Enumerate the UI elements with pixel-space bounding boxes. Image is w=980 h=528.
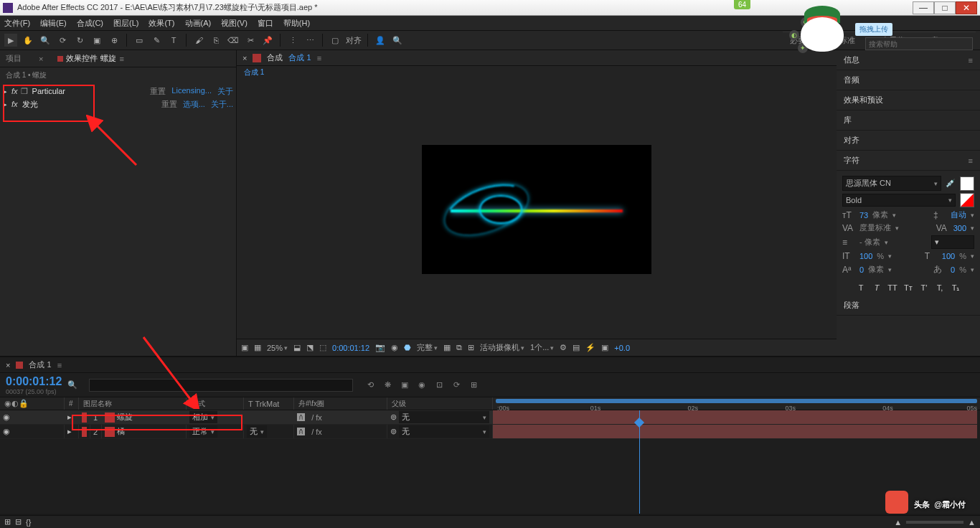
col-layer-name[interactable]: 图层名称: [79, 397, 187, 410]
zoom-out-icon[interactable]: ▲: [894, 518, 902, 527]
expand-icon[interactable]: ▸: [67, 412, 72, 422]
all-caps[interactable]: TT: [887, 283, 898, 293]
baseline-shift[interactable]: 0: [859, 265, 864, 274]
anchor-tool[interactable]: ⊕: [108, 34, 121, 47]
label-chip[interactable]: [82, 412, 87, 423]
panel-fxpreset[interactable]: 效果和预设: [837, 90, 980, 110]
tl-btn-2[interactable]: ❋: [382, 380, 393, 390]
pen-tool[interactable]: ✎: [150, 34, 163, 47]
parent-select[interactable]: 无▾: [399, 425, 489, 438]
zoom-tool[interactable]: 🔍: [39, 34, 52, 47]
layer-bar-1[interactable]: [493, 410, 977, 425]
col-switches[interactable]: 舟#\fx圈: [294, 397, 387, 410]
current-timecode[interactable]: 0:00:01:12: [6, 375, 62, 388]
work-area-bar[interactable]: [496, 399, 977, 403]
tl-tab-close-icon[interactable]: ×: [6, 361, 10, 369]
col-trkmat[interactable]: TrkMat: [255, 400, 280, 408]
share-icon[interactable]: ⚙: [560, 343, 567, 352]
panel-paragraph[interactable]: 段落: [837, 296, 980, 316]
blend-mode-select[interactable]: 正常▾: [189, 425, 217, 438]
views-dropdown[interactable]: 1个...▾: [530, 342, 554, 353]
camera-tool[interactable]: ▣: [90, 34, 103, 47]
tracking[interactable]: 300: [953, 224, 966, 232]
zoom-dropdown[interactable]: 25%▾: [267, 344, 288, 352]
stroke-width[interactable]: - 像素: [859, 237, 880, 248]
expand-arrow-icon[interactable]: ▸: [3, 100, 9, 109]
panel-info[interactable]: 信息≡: [837, 50, 980, 70]
expand-icon[interactable]: ▸: [67, 427, 72, 436]
exposure[interactable]: +0.0: [614, 344, 630, 352]
resolution-dropdown[interactable]: 完整▾: [417, 342, 438, 353]
panel-align[interactable]: 对齐: [837, 131, 980, 151]
search-icon[interactable]: 🔍: [391, 34, 404, 47]
licensing-link[interactable]: Licensing...: [171, 86, 212, 97]
toggle-switches-icon[interactable]: ⊞: [4, 517, 11, 527]
font-size[interactable]: 73: [859, 211, 868, 220]
faux-bold[interactable]: T: [855, 283, 867, 293]
snap-toggle[interactable]: ▢: [329, 34, 341, 47]
kerning[interactable]: 度量标准: [859, 222, 891, 233]
etc-tool-1[interactable]: ⋮: [286, 34, 299, 47]
tab-effect-controls[interactable]: 效果控件 螺旋 ≡: [57, 53, 123, 64]
menu-view[interactable]: 视图(V): [221, 18, 248, 29]
subscript[interactable]: T,: [934, 283, 946, 293]
layer-row-1[interactable]: ◉ ▸ 1 螺旋 相加▾ 🅰 / fx ⊚ 无▾: [0, 410, 493, 425]
fast-draft-icon[interactable]: ⚡: [585, 343, 595, 352]
menu-window[interactable]: 窗口: [258, 18, 273, 29]
camera-dropdown[interactable]: 活动摄像机▾: [480, 342, 524, 353]
col-parent[interactable]: 父级: [387, 397, 493, 410]
tl-btn-3[interactable]: ▣: [399, 380, 410, 390]
panel-menu-icon[interactable]: ≡: [969, 156, 973, 165]
maximize-button[interactable]: □: [934, 1, 956, 14]
comp-name[interactable]: 合成 1: [288, 52, 311, 63]
reset-link[interactable]: 重置: [161, 99, 177, 110]
layer-name[interactable]: 橘: [117, 426, 125, 437]
parent-pick-icon[interactable]: ⊚: [390, 427, 397, 436]
channel-icon[interactable]: ⬣: [404, 343, 411, 352]
layer-switches[interactable]: 🅰 / fx: [297, 413, 322, 422]
menu-edit[interactable]: 编辑(E): [40, 18, 67, 29]
toggle-inout-icon[interactable]: {}: [26, 518, 31, 527]
current-time[interactable]: 0:00:01:12: [332, 344, 369, 352]
tab-close-icon[interactable]: ×: [39, 55, 43, 63]
fast-preview-icon[interactable]: ▦: [443, 343, 451, 352]
transparency-grid-icon[interactable]: ▦: [254, 343, 261, 352]
tl-search-icon[interactable]: 🔍: [67, 380, 77, 390]
help-search-input[interactable]: [865, 37, 973, 50]
layer-switches[interactable]: 🅰 / fx: [297, 428, 322, 436]
parent-select[interactable]: 无▾: [399, 411, 489, 423]
layer-bar-2[interactable]: [493, 425, 977, 439]
puppet-tool[interactable]: 📌: [261, 34, 274, 47]
small-caps[interactable]: Tт: [903, 283, 914, 293]
ligature[interactable]: T₁: [950, 283, 961, 293]
panel-menu-icon[interactable]: ≡: [969, 56, 973, 65]
zoom-in-icon[interactable]: ▲: [968, 518, 976, 527]
text-tool[interactable]: T: [167, 34, 180, 47]
font-family-select[interactable]: 思源黑体 CN▾: [842, 176, 941, 191]
clone-tool[interactable]: ⎘: [209, 34, 222, 47]
blend-mode-select[interactable]: 相加▾: [189, 411, 217, 423]
col-mode[interactable]: 模式: [187, 397, 244, 410]
always-preview-icon[interactable]: ▣: [241, 343, 248, 352]
timeline-icon[interactable]: ⧉: [456, 343, 462, 352]
etc-tool-2[interactable]: ⋯: [303, 34, 316, 47]
snapshot-icon[interactable]: 📷: [375, 343, 385, 352]
tab-project[interactable]: 项目: [6, 53, 22, 64]
tl-btn-1[interactable]: ⟲: [364, 380, 376, 390]
panel-library[interactable]: 库: [837, 110, 980, 131]
comp-tab-menu-icon[interactable]: ≡: [317, 54, 321, 62]
hscale[interactable]: 100: [942, 252, 955, 260]
menu-comp[interactable]: 合成(C): [77, 18, 103, 29]
menu-help[interactable]: 帮助(H): [283, 18, 310, 29]
show-snapshot-icon[interactable]: ◉: [391, 343, 398, 352]
tl-tab-name[interactable]: 合成 1: [29, 359, 51, 370]
toggle-modes-icon[interactable]: ⊟: [15, 517, 22, 527]
menu-anim[interactable]: 动画(A): [185, 18, 212, 29]
stroke-swatch[interactable]: [960, 193, 974, 207]
res-quarter-icon[interactable]: ⬔: [306, 343, 314, 352]
hand-tool[interactable]: ✋: [22, 34, 34, 47]
visibility-icon[interactable]: ◉: [3, 412, 13, 422]
layer-name[interactable]: 螺旋: [117, 412, 133, 423]
trkmat-select[interactable]: 无▾: [247, 425, 267, 438]
roi-icon[interactable]: ⬚: [319, 343, 326, 352]
